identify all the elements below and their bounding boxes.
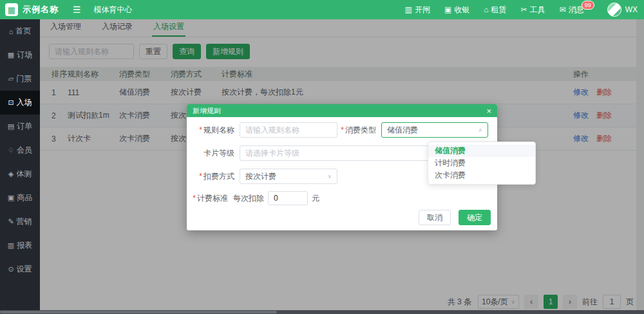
messages-button[interactable]: ✉ 消息 99 <box>560 5 584 15</box>
cashier-button[interactable]: ▣ 收银 <box>444 5 469 15</box>
chevron-up-icon: ∧ <box>478 127 482 133</box>
message-icon: ✉ <box>560 5 566 14</box>
navbar-actions: ▥ 开闸 ▣ 收银 ⌂ 租赁 ✂ 工具 ✉ 消息 99 WX <box>405 0 638 19</box>
app-title: 示例名称 <box>23 4 59 15</box>
gate-icon: ▥ <box>405 5 412 14</box>
sidebar-label-members: 会员 <box>17 145 32 156</box>
tools-label: 工具 <box>530 5 545 15</box>
user-menu[interactable]: WX <box>598 3 638 17</box>
sidebar-item-entry[interactable]: ⊡ 入场 <box>0 91 40 115</box>
sidebar-label-settings: 设置 <box>17 264 32 275</box>
rental-button[interactable]: ⌂ 租赁 <box>484 5 506 15</box>
message-count-badge: 99 <box>582 1 594 10</box>
confirm-button[interactable]: 确定 <box>459 210 491 225</box>
chevron-down-icon: ∨ <box>327 173 332 180</box>
billing-amount-input[interactable] <box>268 191 308 205</box>
entry-icon: ⊡ <box>8 98 14 107</box>
sidebar-label-marketing: 营销 <box>17 216 32 227</box>
sidebar-label-reports: 报表 <box>17 240 32 251</box>
app-logo: ▦ <box>5 3 18 16</box>
top-navbar: ▦ 示例名称 ☰ 模体育中心 ▥ 开闸 ▣ 收银 ⌂ 租赁 ✂ 工具 ✉ 消息 … <box>0 0 644 19</box>
deduct-method-value: 按次计费 <box>245 171 276 182</box>
member-icon: ♢ <box>8 146 14 154</box>
dropdown-option-punch-card[interactable]: 次卡消费 <box>428 169 535 181</box>
venue-name: 模体育中心 <box>94 5 133 15</box>
sidebar-item-booking[interactable]: ▦ 订场 <box>0 43 40 67</box>
close-icon[interactable]: × <box>486 107 491 115</box>
logo-grid-icon: ▦ <box>8 5 15 15</box>
tools-button[interactable]: ✂ 工具 <box>521 5 545 15</box>
user-name: WX <box>625 5 638 14</box>
rental-label: 租赁 <box>491 5 507 15</box>
sidebar-item-settings[interactable]: ⊙ 设置 <box>0 257 40 281</box>
sidebar-item-members[interactable]: ♢ 会员 <box>0 138 40 162</box>
report-icon: ▥ <box>8 241 14 250</box>
sidebar-item-reports[interactable]: ▥ 报表 <box>0 234 40 257</box>
consume-type-field-row: *消费类型 储值消费 ∧ <box>339 122 488 138</box>
deduct-method-label: *扣费方式 <box>189 171 234 182</box>
open-gate-button[interactable]: ▥ 开闸 <box>405 5 430 15</box>
required-mark: * <box>193 194 196 203</box>
billing-standard-label: *计费标准 <box>189 193 228 204</box>
order-icon: ▤ <box>8 122 14 131</box>
tools-icon: ✂ <box>521 5 527 14</box>
sidebar-label-tickets: 门票 <box>16 73 32 84</box>
sidebar-label-booking: 订场 <box>17 50 32 60</box>
marketing-icon: ✎ <box>8 217 14 226</box>
required-mark: * <box>341 125 344 134</box>
sidebar-item-orders[interactable]: ▤ 订单 <box>0 115 40 138</box>
modal-title: 新增规则 <box>193 106 221 116</box>
dropdown-option-stored-value[interactable]: 储值消费 <box>428 145 535 157</box>
deduct-method-select[interactable]: 按次计费 ∨ <box>240 169 337 184</box>
required-mark: * <box>199 172 202 181</box>
modal-footer: 取消 确定 <box>419 210 491 225</box>
fitness-icon: ◈ <box>8 170 14 178</box>
ticket-icon: ▱ <box>8 75 14 83</box>
rule-name-field-row: *规则名称 <box>189 122 337 138</box>
sidebar-item-marketing[interactable]: ✎ 营销 <box>0 210 40 234</box>
consume-type-select[interactable]: 储值消费 ∧ <box>381 122 488 138</box>
sidebar-label-entry: 入场 <box>17 97 32 108</box>
sidebar-item-tickets[interactable]: ▱ 门票 <box>0 67 40 91</box>
gear-icon: ⊙ <box>8 265 14 273</box>
sidebar-label-home: 首页 <box>15 26 31 37</box>
goods-icon: ▣ <box>8 194 14 202</box>
sidebar-item-fitness-test[interactable]: ◈ 体测 <box>0 162 40 186</box>
consume-type-value: 储值消费 <box>387 125 418 136</box>
user-avatar <box>607 3 621 17</box>
sidebar-label-fitness-test: 体测 <box>16 169 32 180</box>
billing-standard-field-row: *计费标准 每次扣除 元 <box>189 190 319 206</box>
calendar-icon: ▦ <box>8 51 14 59</box>
rule-name-label: *规则名称 <box>189 125 234 136</box>
sidebar-nav: ⌂ 首页 ▦ 订场 ▱ 门票 ⊡ 入场 ▤ 订单 ♢ 会员 ◈ 体测 ▣ 商品 … <box>0 19 40 314</box>
modal-header: 新增规则 × <box>187 104 497 117</box>
consume-type-dropdown: 储值消费 计时消费 次卡消费 <box>428 142 536 185</box>
consume-type-label: *消费类型 <box>339 125 376 136</box>
sidebar-label-goods: 商品 <box>17 192 32 203</box>
open-gate-label: 开闸 <box>415 5 430 15</box>
horizontal-scrollbar[interactable] <box>0 310 644 314</box>
cancel-button[interactable]: 取消 <box>419 210 451 225</box>
dropdown-option-timed[interactable]: 计时消费 <box>428 157 535 169</box>
home-icon: ⌂ <box>9 28 14 35</box>
billing-unit: 元 <box>312 193 319 204</box>
sidebar-item-goods[interactable]: ▣ 商品 <box>0 186 40 210</box>
deduct-method-field-row: *扣费方式 按次计费 ∨ <box>189 169 337 184</box>
billing-prefix: 每次扣除 <box>233 193 264 204</box>
scrollbar-thumb[interactable] <box>0 311 277 313</box>
rule-name-input[interactable] <box>240 122 337 138</box>
sidebar-item-home[interactable]: ⌂ 首页 <box>0 19 40 43</box>
cashier-icon: ▣ <box>444 5 451 14</box>
card-level-label: 卡片等级 <box>189 148 234 159</box>
sidebar-collapse-icon[interactable]: ☰ <box>73 5 81 15</box>
cashier-label: 收银 <box>454 5 469 15</box>
shop-icon: ⌂ <box>484 5 488 14</box>
add-rule-modal: 新增规则 × *规则名称 *消费类型 储值消费 ∧ 卡片等级 *扣费方式 按次计… <box>187 104 497 230</box>
sidebar-label-orders: 订单 <box>17 121 32 132</box>
required-mark: * <box>199 125 202 134</box>
